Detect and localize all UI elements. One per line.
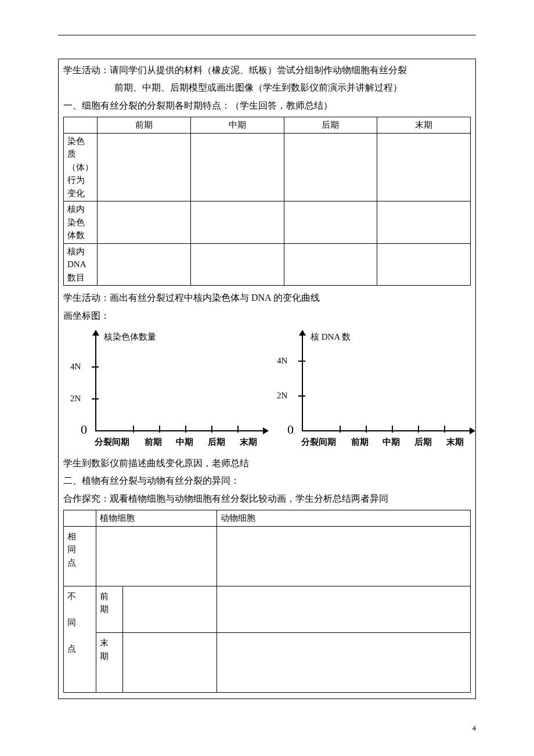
table-row: 前期 中期 后期 末期 bbox=[64, 117, 471, 134]
chart-title: 核 DNA 数 bbox=[311, 332, 351, 343]
activity-2-block: 学生活动：画出有丝分裂过程中核内染色体与 DNA 的变化曲线 画坐标图： bbox=[59, 287, 475, 327]
table-row: 染色 质（体） 行为 变化 bbox=[64, 133, 471, 201]
chart-title: 核染色体数量 bbox=[104, 332, 156, 343]
chart-dna: 核 DNA 数 4N 2N 0 分裂间期 前期 中期 后期 末期 bbox=[270, 332, 471, 448]
sub-row-label: 末 期 bbox=[96, 633, 123, 693]
ytick-label: 2N bbox=[277, 390, 287, 400]
ytick-label: 2N bbox=[70, 393, 81, 403]
table-row: 核内 染色 体数 bbox=[64, 201, 471, 244]
table-row: 植物细胞 动物细胞 bbox=[64, 510, 471, 527]
activity-1: 学生活动：请同学们从提供的材料（橡皮泥、纸板）尝试分组制作动物细胞有丝分裂 前期… bbox=[59, 59, 475, 117]
table-row: 不 同 点 前 期 bbox=[64, 586, 471, 633]
content-frame: 学生活动：请同学们从提供的材料（橡皮泥、纸板）尝试分组制作动物细胞有丝分裂 前期… bbox=[58, 59, 476, 699]
row-label: 不 同 点 bbox=[64, 586, 96, 693]
sub-row-label: 前 期 bbox=[96, 586, 123, 633]
table-row: 末 期 bbox=[64, 633, 471, 693]
x-labels: 分裂间期 前期 中期 后期 末期 bbox=[86, 437, 264, 448]
row-label: 染色 质（体） 行为 变化 bbox=[64, 133, 98, 201]
y-axis bbox=[302, 334, 303, 431]
phases-table: 前期 中期 后期 末期 染色 质（体） 行为 变化 核内 染色 体数 bbox=[63, 117, 471, 286]
x-labels: 分裂间期 前期 中期 后期 末期 bbox=[293, 437, 471, 448]
header-cell: 前期 bbox=[98, 117, 191, 134]
activity-2: 学生活动：画出有丝分裂过程中核内染色体与 DNA 的变化曲线 bbox=[63, 289, 471, 307]
section-2-block: 学生到数影仪前描述曲线变化原因，老师总结 二、植物有丝分裂与动物有丝分裂的异同：… bbox=[59, 452, 475, 510]
header-cell: 中期 bbox=[190, 117, 284, 134]
compare-table: 植物细胞 动物细胞 相 同 点 不 同 点 前 bbox=[63, 510, 471, 693]
page-number: 4 bbox=[472, 723, 477, 733]
header-cell: 植物细胞 bbox=[96, 510, 217, 527]
y-axis bbox=[95, 334, 96, 431]
ytick-label: 4N bbox=[70, 361, 81, 371]
header-rule bbox=[58, 35, 476, 35]
activity-1-line2: 前期、中期、后期模型或画出图像（学生到数影仪前演示并讲解过程） bbox=[63, 79, 471, 96]
row-label: 核内 DNA 数目 bbox=[64, 243, 98, 286]
header-cell: 末期 bbox=[377, 117, 471, 134]
charts-area: 核染色体数量 4N 2N 0 分裂间期 前期 中期 后期 末期 bbox=[59, 327, 475, 452]
header-cell: 后期 bbox=[284, 117, 377, 134]
section-2-title: 二、植物有丝分裂与动物有丝分裂的异同： bbox=[63, 472, 471, 489]
x-axis bbox=[95, 430, 264, 431]
post-chart-text: 学生到数影仪前描述曲线变化原因，老师总结 bbox=[63, 455, 471, 472]
origin-label: 0 bbox=[81, 422, 87, 437]
row-label: 相 同 点 bbox=[64, 526, 96, 586]
row-label: 核内 染色 体数 bbox=[64, 201, 98, 244]
x-axis bbox=[302, 430, 471, 431]
table-row: 相 同 点 bbox=[64, 526, 471, 586]
activity-1-line1: 学生活动：请同学们从提供的材料（橡皮泥、纸板）尝试分组制作动物细胞有丝分裂 bbox=[63, 62, 471, 79]
ytick-label: 4N bbox=[277, 355, 287, 365]
chart-intro: 画坐标图： bbox=[63, 307, 471, 325]
origin-label: 0 bbox=[287, 422, 294, 437]
coop-text: 合作探究：观看植物细胞与动物细胞有丝分裂比较动画，学生分析总结两者异同 bbox=[63, 490, 471, 507]
table-row: 核内 DNA 数目 bbox=[64, 243, 471, 286]
header-cell: 动物细胞 bbox=[217, 510, 470, 527]
section-1-title: 一、细胞有丝分裂的分裂期各时期特点：（学生回答，教师总结） bbox=[63, 97, 471, 114]
chart-chromosome: 核染色体数量 4N 2N 0 分裂间期 前期 中期 后期 末期 bbox=[63, 332, 264, 448]
